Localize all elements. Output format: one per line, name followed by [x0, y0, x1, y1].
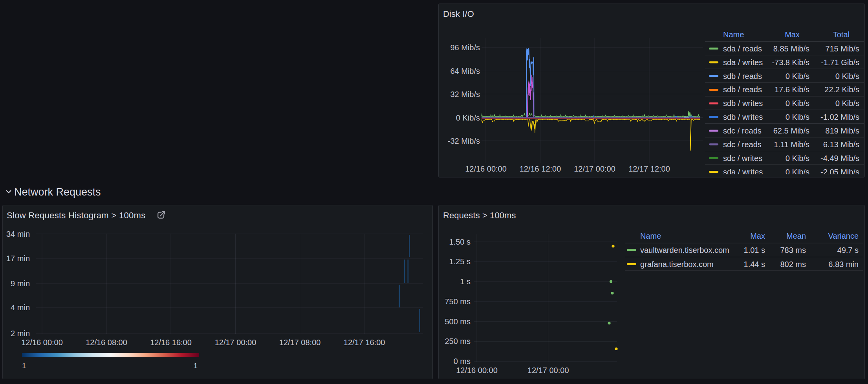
svg-text:1: 1 [193, 362, 198, 370]
svg-text:Max: Max [785, 30, 800, 39]
svg-text:750 ms: 750 ms [445, 297, 471, 306]
svg-text:12/16 12:00: 12/16 12:00 [520, 165, 561, 173]
svg-text:sdb / writes: sdb / writes [723, 99, 763, 108]
svg-text:Variance: Variance [828, 232, 859, 240]
svg-text:64 Mib/s: 64 Mib/s [450, 67, 480, 75]
svg-text:32 Mib/s: 32 Mib/s [450, 90, 480, 99]
svg-text:250 ms: 250 ms [445, 337, 471, 346]
svg-text:819 Mib/s: 819 Mib/s [825, 126, 859, 135]
svg-text:0 Kib/s: 0 Kib/s [786, 99, 809, 108]
svg-text:8.85 Mib/s: 8.85 Mib/s [773, 44, 809, 53]
svg-text:sdc / reads: sdc / reads [723, 140, 762, 149]
svg-text:Total: Total [833, 30, 850, 39]
svg-text:12/16 00:00: 12/16 00:00 [456, 366, 498, 375]
svg-text:62.5 Mib/s: 62.5 Mib/s [773, 126, 809, 135]
svg-text:17 min: 17 min [6, 254, 30, 263]
svg-text:sda / reads: sda / reads [723, 44, 762, 53]
svg-text:12/16 08:00: 12/16 08:00 [86, 338, 127, 347]
svg-text:1 s: 1 s [460, 277, 471, 286]
svg-text:-4.49 Mib/s: -4.49 Mib/s [820, 154, 859, 163]
svg-text:4 min: 4 min [11, 303, 30, 312]
svg-text:12/17 00:00: 12/17 00:00 [574, 165, 615, 173]
svg-text:6.13 Mib/s: 6.13 Mib/s [823, 140, 859, 149]
svg-text:0 Kib/s: 0 Kib/s [456, 113, 480, 122]
svg-text:1.25 s: 1.25 s [449, 257, 471, 266]
svg-text:sda / writes: sda / writes [723, 168, 763, 176]
svg-text:12/16 00:00: 12/16 00:00 [21, 338, 63, 347]
svg-text:sdc / reads: sdc / reads [723, 126, 762, 135]
svg-text:sdb / writes: sdb / writes [723, 113, 763, 121]
svg-text:Mean: Mean [786, 232, 806, 240]
svg-text:12/17 00:00: 12/17 00:00 [527, 366, 569, 375]
svg-text:12/17 16:00: 12/17 16:00 [344, 338, 385, 347]
svg-text:783 ms: 783 ms [780, 246, 806, 254]
svg-text:12/17 00:00: 12/17 00:00 [215, 338, 256, 347]
svg-text:-32 Mib/s: -32 Mib/s [448, 137, 480, 145]
svg-text:715 Mib/s: 715 Mib/s [825, 44, 859, 53]
svg-text:17.6 Kib/s: 17.6 Kib/s [775, 85, 809, 94]
svg-text:96 Mib/s: 96 Mib/s [450, 43, 480, 52]
svg-text:sdb / reads: sdb / reads [723, 85, 762, 94]
svg-text:sda / writes: sda / writes [723, 58, 763, 67]
svg-text:802 ms: 802 ms [780, 260, 806, 269]
svg-text:0 Kib/s: 0 Kib/s [786, 72, 809, 80]
svg-text:22.2 Kib/s: 22.2 Kib/s [824, 85, 859, 94]
svg-text:Name: Name [640, 232, 661, 240]
svg-text:500 ms: 500 ms [445, 317, 471, 326]
svg-text:0 Kib/s: 0 Kib/s [786, 154, 809, 163]
svg-text:Name: Name [723, 30, 744, 39]
svg-text:0 Kib/s: 0 Kib/s [835, 72, 859, 80]
svg-text:-2.05 Mib/s: -2.05 Mib/s [820, 168, 859, 176]
svg-text:1.11 Mib/s: 1.11 Mib/s [774, 140, 809, 149]
svg-text:0 ms: 0 ms [454, 357, 471, 366]
svg-text:1.01 s: 1.01 s [744, 246, 765, 254]
svg-text:sdb / reads: sdb / reads [723, 72, 762, 80]
svg-text:34 min: 34 min [6, 230, 30, 238]
svg-text:2 min: 2 min [11, 329, 30, 338]
svg-text:1.44 s: 1.44 s [744, 260, 765, 269]
svg-text:Max: Max [750, 232, 765, 240]
svg-text:0 Kib/s: 0 Kib/s [786, 168, 809, 176]
svg-text:-73.8 Kib/s: -73.8 Kib/s [772, 58, 809, 67]
svg-text:-1.02 Mib/s: -1.02 Mib/s [820, 113, 859, 121]
svg-text:12/17 12:00: 12/17 12:00 [628, 165, 670, 173]
svg-text:49.7 s: 49.7 s [837, 246, 859, 254]
svg-text:6.83 min: 6.83 min [828, 260, 859, 269]
svg-text:grafana.tiserbox.com: grafana.tiserbox.com [640, 260, 714, 269]
svg-text:12/16 16:00: 12/16 16:00 [150, 338, 192, 347]
svg-text:9 min: 9 min [11, 279, 30, 288]
svg-text:12/17 08:00: 12/17 08:00 [279, 338, 321, 347]
svg-text:1: 1 [22, 362, 26, 370]
svg-text:1.50 s: 1.50 s [449, 238, 471, 246]
svg-text:0 Kib/s: 0 Kib/s [786, 113, 809, 121]
svg-text:12/16 00:00: 12/16 00:00 [465, 165, 507, 173]
svg-text:sdc / writes: sdc / writes [723, 154, 762, 163]
svg-text:vaultwarden.tiserbox.com: vaultwarden.tiserbox.com [640, 246, 729, 254]
svg-text:0 Kib/s: 0 Kib/s [835, 99, 859, 108]
svg-text:-1.71 Gib/s: -1.71 Gib/s [821, 58, 859, 67]
